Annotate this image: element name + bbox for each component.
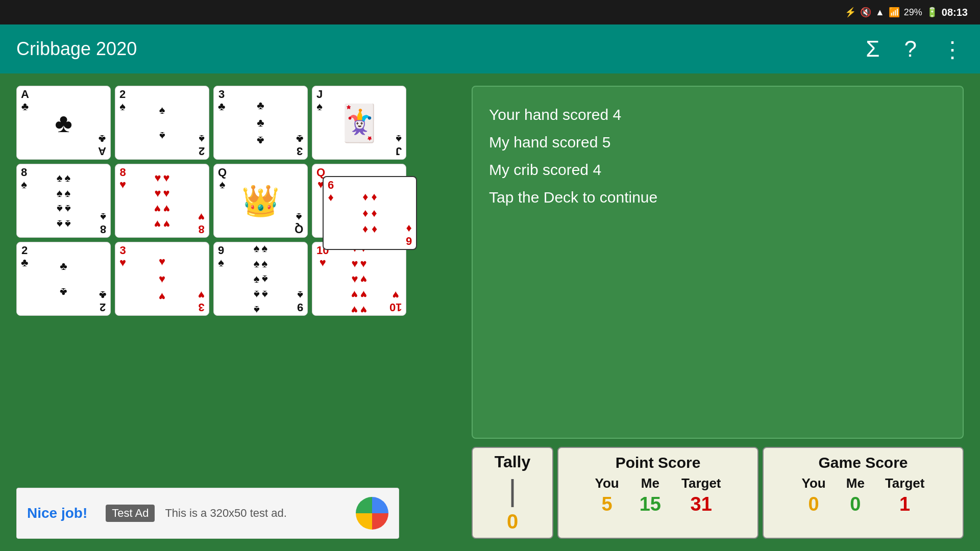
- point-me-header: Me: [641, 475, 659, 491]
- card-3-hearts[interactable]: 3♥ ♥ ♥ ♥ 3♥: [115, 242, 209, 316]
- card-row-3: 2♣ ♣ ♣ 2♣ 3♥ ♥: [16, 242, 455, 316]
- point-you-header: You: [595, 475, 619, 491]
- game-score-me: Me 0: [846, 475, 865, 515]
- point-score-title: Point Score: [616, 454, 701, 471]
- score-line-3: My crib scored 4: [489, 156, 946, 184]
- game-me-header: Me: [846, 475, 865, 491]
- google-icon: [356, 497, 388, 530]
- ad-label: Test Ad: [106, 505, 155, 522]
- point-target-header: Target: [681, 475, 721, 491]
- signal-icon: 📶: [889, 7, 900, 18]
- app-title: Cribbage 2020: [16, 38, 841, 60]
- menu-button[interactable]: ⋮: [941, 36, 964, 62]
- status-bar: ⚡ 🔇 ▲ 📶 29% 🔋 08:13: [0, 0, 980, 24]
- game-target-value: 1: [899, 493, 910, 515]
- wifi-icon: ▲: [875, 7, 885, 18]
- game-score-cols: You 0 Me 0 Target 1: [802, 475, 925, 515]
- point-score-you: You 5: [595, 475, 619, 515]
- card-10-hearts[interactable]: 10♥ ♥ ♥ ♥ ♥ ♥ ♥ ♥ ♥ ♥ ♥: [312, 242, 406, 316]
- right-panel: Your hand scored 4 My hand scored 5 My c…: [472, 86, 964, 539]
- point-me-value: 15: [640, 493, 661, 515]
- game-you-value: 0: [808, 493, 819, 515]
- battery-icon: 🔋: [926, 7, 938, 18]
- point-score-target: Target 31: [681, 475, 721, 515]
- game-score-title: Game Score: [818, 454, 908, 471]
- tally-pipe: |: [508, 475, 517, 506]
- score-line-4: Tap the Deck to continue: [489, 184, 946, 211]
- card-8-spades[interactable]: 8♠ ♠ ♠ ♠ ♠ ♠ ♠ ♠ ♠ 8♠: [16, 164, 111, 238]
- clock: 08:13: [942, 7, 968, 18]
- main-content: A♣ ♣ A♣ 2♠ ♠ ♠: [0, 73, 980, 551]
- card-8-hearts[interactable]: 8♥ ♥ ♥ ♥ ♥ ♥ ♥ ♥ ♥ 8♥: [115, 164, 209, 238]
- sigma-button[interactable]: Σ: [866, 36, 879, 62]
- ad-nicejob: Nice job!: [27, 505, 87, 521]
- card-3-clubs[interactable]: 3♣ ♣ ♣ ♣ 3♣: [213, 86, 308, 160]
- game-score-box: Game Score You 0 Me 0 Target 1: [763, 447, 964, 539]
- score-line-1: Your hand scored 4: [489, 101, 946, 129]
- card-ace-clubs[interactable]: A♣ ♣ A♣: [16, 86, 111, 160]
- mute-icon: 🔇: [860, 7, 871, 18]
- score-tables: Tally | 0 Point Score You 5 Me 15: [472, 447, 964, 539]
- left-panel: A♣ ♣ A♣ 2♠ ♠ ♠: [16, 86, 455, 539]
- ad-text: This is a 320x50 test ad.: [165, 507, 346, 520]
- game-score-target: Target 1: [885, 475, 925, 515]
- game-you-header: You: [802, 475, 826, 491]
- card-9-spades[interactable]: 9♠ ♠ ♠ ♠ ♠ ♠ ♠ ♠ ♠ ♠ 9♠: [213, 242, 308, 316]
- deck-card[interactable]: 6 ♦ ♦ ♦ ♦ ♦ ♦ ♦ 6 ♦: [323, 176, 417, 250]
- tally-label: Tally: [495, 453, 531, 471]
- card-row-1: A♣ ♣ A♣ 2♠ ♠ ♠: [16, 86, 455, 160]
- game-target-header: Target: [885, 475, 925, 491]
- card-2-clubs[interactable]: 2♣ ♣ ♣ 2♣: [16, 242, 111, 316]
- game-score-you: You 0: [802, 475, 826, 515]
- tally-box: Tally | 0: [472, 447, 553, 539]
- point-target-value: 31: [691, 493, 712, 515]
- bluetooth-icon: ⚡: [845, 7, 856, 18]
- point-score-me: Me 15: [640, 475, 661, 515]
- tally-value: 0: [507, 510, 518, 533]
- game-me-value: 0: [850, 493, 861, 515]
- ad-banner: Nice job! Test Ad This is a 320x50 test …: [16, 488, 399, 539]
- score-line-2: My hand scored 5: [489, 129, 946, 156]
- point-score-cols: You 5 Me 15 Target 31: [595, 475, 721, 515]
- card-2-spades[interactable]: 2♠ ♠ ♠ 2♠: [115, 86, 209, 160]
- app-bar: Cribbage 2020 Σ ? ⋮: [0, 24, 980, 73]
- battery-indicator: 29%: [904, 7, 922, 18]
- point-score-box: Point Score You 5 Me 15 Target 31: [557, 447, 758, 539]
- point-you-value: 5: [602, 493, 612, 515]
- help-button[interactable]: ?: [904, 36, 917, 62]
- score-message-box: Your hand scored 4 My hand scored 5 My c…: [472, 86, 964, 439]
- card-jack-spades[interactable]: J♠ 🃏 J♠: [312, 86, 406, 160]
